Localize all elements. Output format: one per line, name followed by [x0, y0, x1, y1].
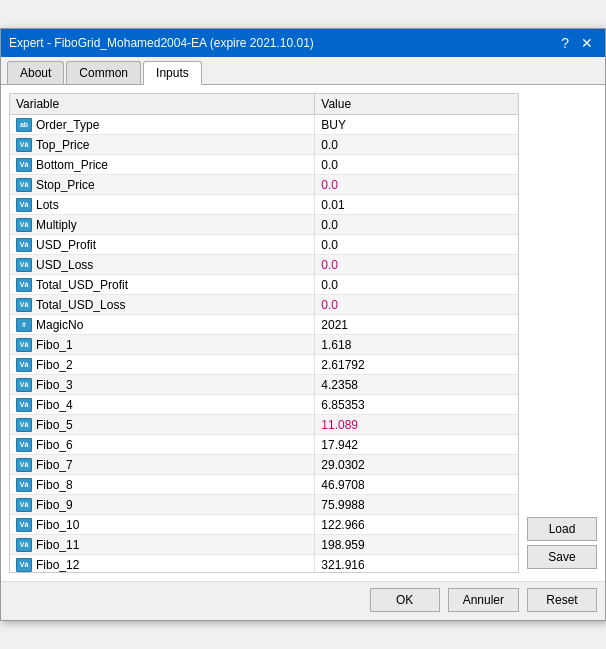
var-value-cell: 0.01: [315, 195, 518, 215]
table-row[interactable]: VáTop_Price0.0: [10, 135, 518, 155]
help-button[interactable]: ?: [557, 36, 573, 50]
table-row[interactable]: VáFibo_11198.959: [10, 535, 518, 555]
var-name: Fibo_12: [36, 558, 79, 572]
var-type-icon: ab: [16, 118, 32, 132]
tab-inputs[interactable]: Inputs: [143, 61, 202, 85]
side-buttons: Load Save: [519, 93, 597, 573]
var-name: USD_Profit: [36, 238, 96, 252]
var-type-icon: Vá: [16, 358, 32, 372]
var-type-icon: #: [16, 318, 32, 332]
var-name-cell: VáBottom_Price: [10, 155, 315, 175]
var-value-cell: 46.9708: [315, 475, 518, 495]
save-button[interactable]: Save: [527, 545, 597, 569]
var-name-cell: VáFibo_12: [10, 555, 315, 574]
var-name-cell: VáFibo_1: [10, 335, 315, 355]
var-type-icon: Vá: [16, 398, 32, 412]
var-type-icon: Vá: [16, 518, 32, 532]
var-name: Fibo_10: [36, 518, 79, 532]
var-name-cell: VáUSD_Loss: [10, 255, 315, 275]
var-name: Fibo_1: [36, 338, 73, 352]
load-button[interactable]: Load: [527, 517, 597, 541]
var-name-cell: VáFibo_6: [10, 435, 315, 455]
var-name: Fibo_9: [36, 498, 73, 512]
close-button[interactable]: ✕: [577, 36, 597, 50]
var-name: Fibo_5: [36, 418, 73, 432]
var-name: Bottom_Price: [36, 158, 108, 172]
var-value-cell: 0.0: [315, 215, 518, 235]
var-value-cell: 0.0: [315, 135, 518, 155]
table-row[interactable]: VáFibo_22.61792: [10, 355, 518, 375]
var-name-cell: VáFibo_11: [10, 535, 315, 555]
var-name-cell: VáFibo_10: [10, 515, 315, 535]
table-row[interactable]: VáFibo_975.9988: [10, 495, 518, 515]
var-type-icon: Vá: [16, 158, 32, 172]
var-name: Fibo_7: [36, 458, 73, 472]
table-row[interactable]: VáFibo_511.089: [10, 415, 518, 435]
var-name: Total_USD_Profit: [36, 278, 128, 292]
reset-button[interactable]: Reset: [527, 588, 597, 612]
var-name: Order_Type: [36, 118, 99, 132]
table-row[interactable]: VáBottom_Price0.0: [10, 155, 518, 175]
var-name: Stop_Price: [36, 178, 95, 192]
cancel-button[interactable]: Annuler: [448, 588, 519, 612]
var-value-cell: 75.9988: [315, 495, 518, 515]
table-row[interactable]: VáFibo_12321.916: [10, 555, 518, 574]
table-row[interactable]: VáFibo_34.2358: [10, 375, 518, 395]
table-row[interactable]: VáLots0.01: [10, 195, 518, 215]
var-type-icon: Vá: [16, 338, 32, 352]
var-value-cell: 2021: [315, 315, 518, 335]
var-value-cell: 0.0: [315, 175, 518, 195]
table-row[interactable]: abOrder_TypeBUY: [10, 115, 518, 135]
var-name: Top_Price: [36, 138, 89, 152]
table-row[interactable]: VáTotal_USD_Profit0.0: [10, 275, 518, 295]
var-name: MagicNo: [36, 318, 83, 332]
table-row[interactable]: VáStop_Price0.0: [10, 175, 518, 195]
var-value-cell: 4.2358: [315, 375, 518, 395]
var-name: Fibo_3: [36, 378, 73, 392]
var-value-cell: 0.0: [315, 235, 518, 255]
table-row[interactable]: VáFibo_10122.966: [10, 515, 518, 535]
var-name-cell: VáFibo_3: [10, 375, 315, 395]
table-row[interactable]: VáFibo_617.942: [10, 435, 518, 455]
var-name-cell: VáFibo_9: [10, 495, 315, 515]
var-type-icon: Vá: [16, 538, 32, 552]
table-row[interactable]: VáMultiply0.0: [10, 215, 518, 235]
table-row[interactable]: VáFibo_846.9708: [10, 475, 518, 495]
var-name-cell: VáFibo_8: [10, 475, 315, 495]
var-value-cell: 11.089: [315, 415, 518, 435]
tab-about[interactable]: About: [7, 61, 64, 84]
var-value-cell: 2.61792: [315, 355, 518, 375]
var-value-cell: BUY: [315, 115, 518, 135]
var-name-cell: VáTop_Price: [10, 135, 315, 155]
var-value-cell: 198.959: [315, 535, 518, 555]
table-row[interactable]: VáUSD_Profit0.0: [10, 235, 518, 255]
inputs-table-container[interactable]: Variable Value abOrder_TypeBUYVáTop_Pric…: [9, 93, 519, 573]
var-type-icon: Vá: [16, 558, 32, 572]
var-value-cell: 29.0302: [315, 455, 518, 475]
var-type-icon: Vá: [16, 178, 32, 192]
var-value-cell: 0.0: [315, 255, 518, 275]
var-type-icon: Vá: [16, 378, 32, 392]
table-row[interactable]: VáFibo_729.0302: [10, 455, 518, 475]
table-row[interactable]: VáFibo_11.618: [10, 335, 518, 355]
title-bar-controls: ? ✕: [557, 36, 597, 50]
col-value: Value: [315, 94, 518, 115]
var-name-cell: VáLots: [10, 195, 315, 215]
table-row[interactable]: #MagicNo2021: [10, 315, 518, 335]
var-name-cell: VáTotal_USD_Loss: [10, 295, 315, 315]
table-row[interactable]: VáTotal_USD_Loss0.0: [10, 295, 518, 315]
var-type-icon: Vá: [16, 278, 32, 292]
var-name-cell: VáFibo_5: [10, 415, 315, 435]
var-type-icon: Vá: [16, 258, 32, 272]
table-row[interactable]: VáFibo_46.85353: [10, 395, 518, 415]
var-name: USD_Loss: [36, 258, 93, 272]
ok-button[interactable]: OK: [370, 588, 440, 612]
table-row[interactable]: VáUSD_Loss0.0: [10, 255, 518, 275]
var-name: Fibo_8: [36, 478, 73, 492]
var-name-cell: VáUSD_Profit: [10, 235, 315, 255]
var-type-icon: Vá: [16, 198, 32, 212]
main-window: Expert - FiboGrid_Mohamed2004-EA (expire…: [0, 28, 606, 621]
var-type-icon: Vá: [16, 498, 32, 512]
tab-common[interactable]: Common: [66, 61, 141, 84]
var-value-cell: 17.942: [315, 435, 518, 455]
